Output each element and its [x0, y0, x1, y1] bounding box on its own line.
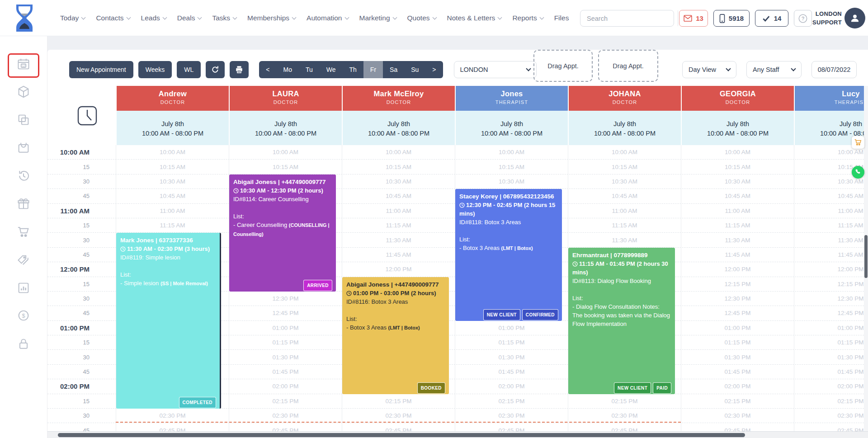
time-slot[interactable]: 12:30 PM	[229, 292, 342, 306]
time-slot[interactable]: 10:45 AM	[794, 189, 868, 203]
time-slot[interactable]: 11:30 AM	[681, 233, 794, 247]
time-slot[interactable]: 11:30 AM	[342, 233, 455, 247]
staff-column-header-jones[interactable]: JonesTHERAPIST	[455, 86, 568, 111]
time-slot[interactable]: 12:00 PM	[342, 262, 455, 276]
time-slot[interactable]: 02:45 PM	[342, 423, 455, 432]
time-slot[interactable]: 11:00 AM	[342, 204, 455, 218]
time-slot[interactable]: 01:15 PM	[229, 335, 342, 349]
time-slot[interactable]: 11:00 AM	[568, 204, 681, 218]
time-slot[interactable]: 10:15 AM	[116, 160, 229, 174]
staff-column-header-mark-mcelroy[interactable]: Mark McElroyDOCTOR	[342, 86, 455, 111]
prev-day-button[interactable]: <	[259, 61, 276, 78]
appointment-card[interactable]: Abigail Joness | +44749000977710:30 AM -…	[229, 174, 336, 292]
refresh-button[interactable]	[206, 61, 225, 78]
time-slot[interactable]: 02:30 PM	[229, 409, 342, 423]
time-slot[interactable]: 11:45 AM	[794, 248, 868, 262]
nav-item-notes-letters[interactable]: Notes & Letters	[447, 14, 502, 22]
gift-icon[interactable]	[17, 197, 30, 211]
messages-button[interactable]: 13	[679, 10, 708, 27]
payments-coin-icon[interactable]: $	[17, 309, 30, 322]
time-slot[interactable]: 10:15 AM	[342, 160, 455, 174]
time-slot[interactable]: 02:45 PM	[229, 423, 342, 432]
time-slot[interactable]: 11:15 AM	[794, 218, 868, 232]
time-slot[interactable]: 02:45 PM	[455, 423, 568, 432]
lock-icon[interactable]	[17, 337, 30, 351]
time-slot[interactable]: 01:45 PM	[681, 365, 794, 379]
time-slot[interactable]: 10:30 AM	[342, 174, 455, 188]
time-slot[interactable]: 10:30 AM	[681, 174, 794, 188]
staff-column-header-lucy[interactable]: LucyTHERAPIST	[794, 86, 868, 111]
time-slot[interactable]: 01:30 PM	[229, 350, 342, 364]
time-slot[interactable]: 02:30 PM	[794, 409, 868, 423]
horizontal-scrollbar[interactable]	[47, 431, 868, 438]
nav-item-reports[interactable]: Reports	[512, 14, 543, 22]
time-slot[interactable]: 01:00 PM	[229, 321, 342, 335]
time-slot[interactable]: 11:15 AM	[116, 218, 229, 232]
nav-item-contacts[interactable]: Contacts	[96, 14, 130, 22]
time-slot[interactable]: 11:15 AM	[342, 218, 455, 232]
nav-item-deals[interactable]: Deals	[177, 14, 202, 22]
time-slot[interactable]: 10:00 AM	[342, 145, 455, 159]
location-select[interactable]: LONDON	[454, 61, 537, 78]
time-slot[interactable]: 02:15 PM	[455, 394, 568, 408]
time-slot[interactable]: 12:15 PM	[681, 277, 794, 291]
appointment-card[interactable]: Stacey Korey | 06789543212345612:30 PM -…	[455, 189, 562, 321]
day-button-tu[interactable]: Tu	[299, 61, 320, 78]
time-slot[interactable]: 10:45 AM	[681, 189, 794, 203]
next-day-button[interactable]: >	[425, 61, 443, 78]
cart-icon[interactable]	[17, 225, 30, 239]
time-slot[interactable]: 12:00 PM	[681, 262, 794, 276]
reports-chart-icon[interactable]	[17, 281, 30, 295]
history-clock-icon[interactable]	[17, 169, 30, 183]
time-slot[interactable]: 02:30 PM	[116, 409, 229, 423]
app-logo-hourglass-icon[interactable]	[13, 4, 36, 33]
time-slot[interactable]: 10:00 AM	[229, 145, 342, 159]
nav-item-marketing[interactable]: Marketing	[359, 14, 396, 22]
time-slot[interactable]: 01:15 PM	[681, 335, 794, 349]
day-button-sa[interactable]: Sa	[383, 61, 404, 78]
nav-item-files[interactable]: Files	[554, 14, 569, 22]
calls-button[interactable]: 5918	[713, 10, 750, 27]
staff-column-header-georgia[interactable]: GEORGIADOCTOR	[681, 86, 794, 111]
time-slot[interactable]: 01:00 PM	[455, 321, 568, 335]
time-slot[interactable]: 11:30 AM	[568, 233, 681, 247]
user-avatar[interactable]	[844, 8, 865, 28]
staff-select[interactable]: Any Staff	[746, 61, 802, 78]
tags-icon[interactable]	[17, 254, 30, 267]
nav-item-memberships[interactable]: Memberships	[247, 14, 296, 22]
time-slot[interactable]: 01:15 PM	[455, 335, 568, 349]
time-slot[interactable]: 12:15 PM	[794, 277, 868, 291]
day-button-fr[interactable]: Fr	[363, 61, 383, 78]
time-slot[interactable]: 02:30 PM	[455, 409, 568, 423]
time-slot[interactable]: 02:00 PM	[455, 379, 568, 393]
time-slot[interactable]: 10:45 AM	[342, 189, 455, 203]
time-slot[interactable]: 02:45 PM	[794, 423, 868, 432]
package-cube-icon[interactable]	[17, 85, 30, 99]
time-slot[interactable]: 02:45 PM	[681, 423, 794, 432]
time-slot[interactable]: 10:00 AM	[455, 145, 568, 159]
appointment-card[interactable]: Ehrmantraut | 077899988911:15 AM - 01:45…	[568, 248, 675, 394]
staff-column-header-andrew[interactable]: AndrewDOCTOR	[116, 86, 229, 111]
time-slot[interactable]: 11:00 AM	[794, 204, 868, 218]
time-slot[interactable]: 11:45 AM	[681, 248, 794, 262]
time-slot[interactable]: 01:45 PM	[455, 365, 568, 379]
time-slot[interactable]: 11:00 AM	[116, 204, 229, 218]
appointment-card[interactable]: Abigail Joness | +44749000977701:00 PM -…	[342, 277, 449, 394]
wl-button[interactable]: WL	[177, 61, 201, 78]
nav-item-quotes[interactable]: Quotes	[407, 14, 436, 22]
new-appointment-button[interactable]: New Appointment	[69, 61, 133, 78]
print-button[interactable]	[230, 61, 249, 78]
time-slot[interactable]: 01:00 PM	[794, 321, 868, 335]
horizontal-scrollbar-thumb[interactable]	[58, 433, 745, 437]
time-slot[interactable]: 02:15 PM	[681, 394, 794, 408]
time-slot[interactable]: 10:30 AM	[568, 174, 681, 188]
time-slot[interactable]: 10:30 AM	[116, 174, 229, 188]
time-slot[interactable]: 11:00 AM	[681, 204, 794, 218]
time-slot[interactable]: 10:00 AM	[568, 145, 681, 159]
time-slot[interactable]: 02:45 PM	[116, 423, 229, 432]
vertical-scrollbar-thumb[interactable]	[864, 235, 868, 278]
time-slot[interactable]: 01:30 PM	[794, 350, 868, 364]
time-slot[interactable]: 02:30 PM	[568, 409, 681, 423]
time-slot[interactable]: 10:15 AM	[229, 160, 342, 174]
search-input[interactable]	[580, 10, 678, 26]
